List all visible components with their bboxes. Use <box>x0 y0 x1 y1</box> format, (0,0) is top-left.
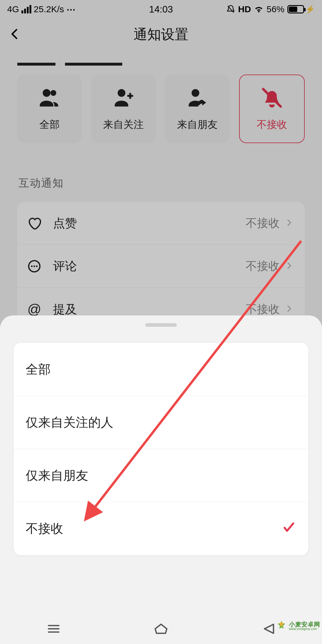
option-list: 全部 仅来自关注的人 仅来自朋友 不接收 <box>14 343 308 555</box>
option-label: 仅来自朋友 <box>26 467 88 484</box>
bottom-sheet: 全部 仅来自关注的人 仅来自朋友 不接收 <box>0 315 322 644</box>
watermark-text: 小麦安卓网 <box>289 621 320 627</box>
option-friends[interactable]: 仅来自朋友 <box>14 449 308 502</box>
option-label: 仅来自关注的人 <box>26 414 113 431</box>
system-navbar <box>0 615 322 644</box>
watermark: 小麦安卓网 www.xmsigma.com <box>275 620 320 632</box>
nav-recent-button[interactable] <box>46 621 61 638</box>
check-icon <box>281 520 296 538</box>
nav-back-button[interactable] <box>261 621 276 638</box>
option-following[interactable]: 仅来自关注的人 <box>14 396 308 449</box>
sheet-handle[interactable] <box>145 323 177 327</box>
option-label: 全部 <box>26 361 51 378</box>
leaf-icon <box>275 620 288 632</box>
watermark-url: www.xmsigma.com <box>289 627 320 631</box>
option-all[interactable]: 全部 <box>14 343 308 396</box>
option-label: 不接收 <box>26 520 63 537</box>
option-none[interactable]: 不接收 <box>14 502 308 555</box>
nav-home-button[interactable] <box>153 621 169 638</box>
